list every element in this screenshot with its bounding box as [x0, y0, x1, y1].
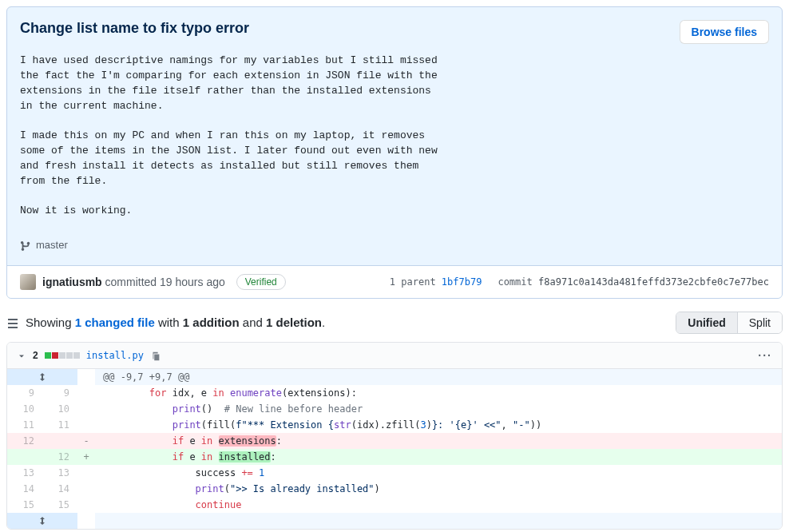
diffstat-icon: [45, 352, 80, 359]
hunk-header: @@ -9,7 +9,7 @@: [95, 369, 782, 385]
line-marker: [77, 401, 95, 417]
line-marker: [77, 417, 95, 433]
file-change-count: 2: [33, 350, 38, 361]
line-num-new[interactable]: 12: [42, 449, 77, 465]
diff-line-deletion: 12- if e in extensions:: [7, 433, 782, 449]
diff-line-context: 1313 success += 1: [7, 465, 782, 481]
code-content: for idx, e in enumerate(extensions):: [95, 385, 782, 401]
line-num-old[interactable]: [7, 449, 42, 465]
hunk-header: [95, 513, 782, 529]
commit-info: commit f8a971c0a143da481feffd373e2cbfe0c…: [498, 276, 769, 288]
browse-files-button[interactable]: Browse files: [680, 20, 769, 44]
line-num-new[interactable]: 13: [42, 465, 77, 481]
code-content: print(fill(f"*** Extension {str(idx).zfi…: [95, 417, 782, 433]
branch-name[interactable]: master: [36, 239, 68, 251]
commit-title: Change list name to fix typo error: [20, 20, 249, 37]
file-name-link[interactable]: install.py: [86, 350, 144, 361]
diff-line-context: 1111 print(fill(f"*** Extension {str(idx…: [7, 417, 782, 433]
line-num-old[interactable]: 11: [7, 417, 42, 433]
code-content: print(">> Is already installed"): [95, 481, 782, 497]
diff-view-toggle: Unified Split: [676, 312, 783, 334]
chevron-down-icon[interactable]: [17, 349, 26, 362]
commit-meta-row: ignatiusmb committed 19 hours ago Verifi…: [7, 265, 782, 298]
hunk-header-row: [7, 513, 782, 529]
line-marker: [77, 465, 95, 481]
branch-row: master: [7, 232, 782, 264]
line-num-old[interactable]: 9: [7, 385, 42, 401]
commit-header: Change list name to fix typo error Brows…: [7, 7, 782, 232]
expand-icon[interactable]: [7, 513, 77, 529]
author-link[interactable]: ignatiusmb: [42, 276, 102, 288]
diff-line-context: 99 for idx, e in enumerate(extensions):: [7, 385, 782, 401]
commit-hash: f8a971c0a143da481feffd373e2cbfe0c7e77bec: [538, 276, 769, 288]
line-num-new[interactable]: 15: [42, 497, 77, 513]
line-num-new[interactable]: 10: [42, 401, 77, 417]
line-num-new[interactable]: 9: [42, 385, 77, 401]
line-marker: [77, 497, 95, 513]
line-num-old[interactable]: 10: [7, 401, 42, 417]
git-branch-icon: [20, 238, 31, 252]
line-num-old[interactable]: 13: [7, 465, 42, 481]
diff-summary-row: Showing 1 changed file with 1 addition a…: [6, 312, 783, 334]
diff-line-context: 1010 print() # New line before header: [7, 401, 782, 417]
diff-line-context: 1414 print(">> Is already installed"): [7, 481, 782, 497]
deletions-count: 1 deletion: [266, 316, 322, 329]
line-num-new[interactable]: [42, 433, 77, 449]
diff-line-addition: 12+ if e in installed:: [7, 449, 782, 465]
line-num-old[interactable]: 14: [7, 481, 42, 497]
parent-info: 1 parent 1bf7b79: [390, 276, 482, 288]
file-menu-icon[interactable]: ···: [758, 349, 772, 362]
copy-path-icon[interactable]: [150, 349, 161, 362]
parent-hash-link[interactable]: 1bf7b79: [442, 276, 482, 288]
line-marker: [77, 481, 95, 497]
code-content: if e in extensions:: [95, 433, 782, 449]
line-num-new[interactable]: 14: [42, 481, 77, 497]
line-marker: +: [77, 449, 95, 465]
split-button[interactable]: Split: [737, 312, 782, 333]
file-header: 2 install.py ···: [7, 343, 782, 369]
line-marker: [77, 385, 95, 401]
commit-box: Change list name to fix typo error Brows…: [6, 6, 783, 299]
file-diff-icon[interactable]: [6, 316, 19, 330]
line-num-old[interactable]: 15: [7, 497, 42, 513]
diff-line-context: 1515 continue: [7, 497, 782, 513]
avatar[interactable]: [20, 274, 36, 290]
code-content: print() # New line before header: [95, 401, 782, 417]
code-content: continue: [95, 497, 782, 513]
verified-badge[interactable]: Verified: [236, 274, 286, 290]
line-marker: -: [77, 433, 95, 449]
hunk-header-row: @@ -9,7 +9,7 @@: [7, 369, 782, 385]
commit-description: I have used descriptive namings for my v…: [20, 54, 499, 219]
changed-files-link[interactable]: 1 changed file: [75, 316, 155, 329]
expand-icon[interactable]: [7, 369, 77, 385]
committed-text: committed 19 hours ago: [105, 276, 225, 288]
showing-label: Showing: [26, 316, 72, 329]
line-num-old[interactable]: 12: [7, 433, 42, 449]
diff-table: @@ -9,7 +9,7 @@99 for idx, e in enumerat…: [7, 369, 782, 529]
code-content: success += 1: [95, 465, 782, 481]
unified-button[interactable]: Unified: [676, 312, 736, 333]
additions-count: 1 addition: [183, 316, 240, 329]
file-diff-box: 2 install.py ··· @@ -9,7 +9,7 @@99 for i…: [6, 342, 783, 530]
code-content: if e in installed:: [95, 449, 782, 465]
line-num-new[interactable]: 11: [42, 417, 77, 433]
